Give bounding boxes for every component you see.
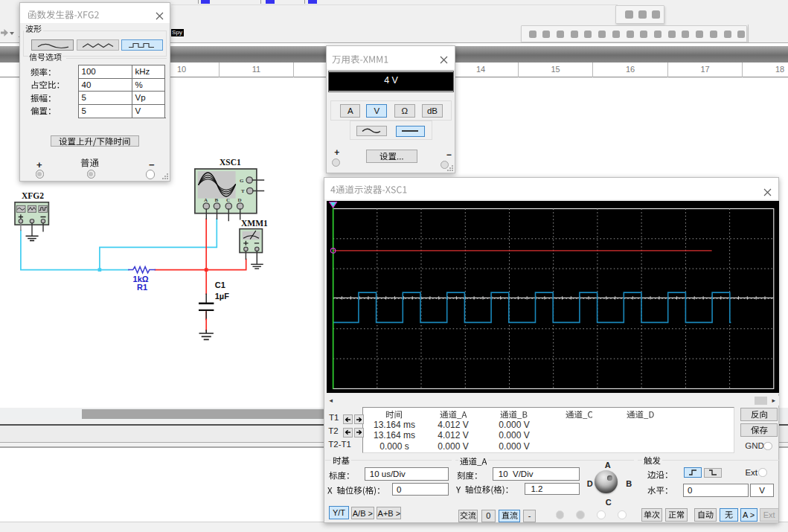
svg-text:1kΩ: 1kΩ [133, 275, 149, 283]
svg-text:B: B [214, 197, 218, 203]
svg-text:XMM1: XMM1 [241, 219, 268, 228]
svg-text:XSC1: XSC1 [220, 158, 241, 167]
svg-text:D: D [238, 197, 242, 203]
svg-text:C1: C1 [215, 281, 225, 289]
svg-text:1µF: 1µF [215, 292, 229, 301]
svg-text:G: G [240, 178, 244, 184]
svg-text:A: A [204, 197, 208, 203]
svg-text:T: T [241, 188, 245, 194]
svg-text:C: C [226, 197, 230, 203]
svg-text:R1: R1 [137, 283, 147, 292]
svg-text:XFG2: XFG2 [22, 191, 44, 200]
